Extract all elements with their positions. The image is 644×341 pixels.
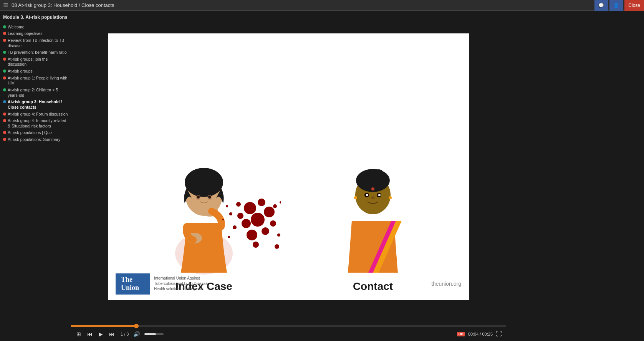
svg-point-20 [273, 204, 277, 208]
svg-point-12 [264, 207, 275, 217]
svg-point-27 [280, 201, 281, 204]
sidebar-item-quiz[interactable]: At-risk populations | Quiz [3, 130, 68, 136]
sidebar-item-atrisk1[interactable]: At-risk group 1: People living with HIV [3, 76, 68, 86]
sidebar: Module 3. At-risk populations WelcomeLea… [0, 11, 71, 341]
slide-frame: Index Case [108, 33, 469, 300]
user-button[interactable]: 👤 [609, 0, 623, 11]
svg-point-22 [277, 233, 280, 237]
svg-point-17 [262, 227, 269, 235]
sidebar-item-atrisk3[interactable]: At-risk group 3: Household / Close conta… [3, 99, 68, 110]
nav-list: WelcomeLearning objectivesReview: from T… [3, 25, 68, 142]
droplets-svg [219, 185, 281, 262]
svg-point-29 [228, 236, 230, 238]
sidebar-item-label: At-risk groups: join the discussion! [8, 57, 68, 67]
sidebar-item-atrisk4a[interactable]: At-risk group 4: Forum discussion [3, 112, 68, 117]
svg-point-28 [222, 219, 224, 220]
sidebar-item-prevention[interactable]: TB prevention: benefit-harm ratio [3, 50, 68, 55]
sidebar-item-label: At-risk group 4: Immunity-related & Situ… [8, 118, 68, 129]
menu-toggle-button[interactable]: ⊞ [75, 330, 83, 338]
dot-icon [3, 76, 6, 79]
sidebar-item-learning[interactable]: Learning objectives [3, 31, 68, 36]
topbar: ☰ 08 At-risk group 3: Household / Close … [0, 0, 644, 11]
module-title: Module 3. At-risk populations [3, 15, 68, 21]
sidebar-item-label: TB prevention: benefit-harm ratio [8, 50, 67, 55]
dot-icon [3, 100, 6, 103]
progress-bar[interactable] [71, 325, 506, 327]
sidebar-item-discussion[interactable]: At-risk groups: join the discussion! [3, 57, 68, 67]
sidebar-item-label: Welcome [8, 25, 25, 30]
dot-icon [3, 39, 6, 42]
right-panel [506, 11, 644, 341]
svg-point-19 [236, 202, 241, 207]
volume-button[interactable]: 🔊 [132, 330, 141, 338]
sidebar-item-label: At-risk groups [8, 69, 33, 74]
sidebar-item-label: At-risk group 2: Children < 5 years-old [8, 88, 68, 98]
dot-icon [3, 58, 6, 61]
svg-point-21 [233, 225, 237, 229]
svg-point-3 [185, 168, 223, 197]
union-org-text: International Union Against Tuberculosis… [154, 276, 208, 292]
progress-fill [71, 325, 136, 327]
svg-point-18 [247, 230, 257, 240]
sidebar-item-welcome[interactable]: Welcome [3, 25, 68, 30]
svg-point-15 [270, 220, 276, 227]
volume-slider[interactable] [144, 333, 164, 335]
sidebar-item-label: At-risk group 4: Forum discussion [8, 112, 68, 117]
video-container: Index Case [71, 11, 506, 323]
fullscreen-button[interactable]: ⛶ [496, 331, 502, 338]
hd-badge: HD [457, 332, 465, 336]
play-button[interactable]: ▶ [97, 330, 104, 338]
controls-bar: ⊞ ⏮ ▶ ⏭ 1 / 3 🔊 HD 00:04 / 00:25 ⛶ [71, 323, 506, 341]
comment-button[interactable]: 💬 [594, 0, 608, 11]
close-button[interactable]: Close [624, 0, 644, 11]
dot-icon [3, 131, 6, 134]
sidebar-item-summary[interactable]: At-risk populations: Summary [3, 137, 68, 142]
sidebar-item-atrisk[interactable]: At-risk groups [3, 69, 68, 74]
page-title: 08 At-risk group 3: Household / Close co… [12, 2, 641, 8]
sidebar-item-atrisk4b[interactable]: At-risk group 4: Immunity-related & Situ… [3, 118, 68, 129]
sidebar-item-label: Review: from TB infection to TB disease [8, 38, 68, 48]
slide-footer: The Union International Union Against Tu… [116, 273, 461, 295]
dot-icon [3, 88, 6, 91]
progress-dot [134, 324, 139, 328]
svg-point-25 [253, 242, 259, 248]
svg-point-7 [208, 195, 211, 199]
svg-point-24 [275, 244, 279, 249]
svg-point-40 [371, 196, 375, 199]
menu-icon[interactable]: ☰ [3, 2, 8, 9]
sidebar-item-review[interactable]: Review: from TB infection to TB disease [3, 38, 68, 48]
svg-point-34 [373, 169, 384, 180]
union-logo: The Union International Union Against Tu… [116, 273, 208, 295]
union-url: theunion.org [431, 281, 461, 287]
svg-point-42 [389, 196, 392, 199]
dot-icon [3, 119, 6, 122]
svg-point-37 [366, 194, 368, 196]
page-counter: 1 / 3 [121, 332, 129, 336]
video-area: Index Case [71, 11, 506, 341]
figures-row: Index Case [166, 45, 411, 293]
svg-point-39 [371, 187, 374, 190]
dot-icon [3, 113, 6, 116]
prev-button[interactable]: ⏮ [86, 330, 94, 338]
dot-icon [3, 138, 6, 141]
dot-icon [3, 25, 6, 28]
dot-icon [3, 51, 6, 54]
svg-point-38 [378, 194, 381, 196]
dot-icon [3, 32, 6, 35]
next-button[interactable]: ⏭ [108, 330, 116, 338]
svg-point-16 [242, 219, 251, 228]
svg-point-23 [229, 212, 232, 215]
dot-icon [3, 70, 6, 73]
sidebar-item-atrisk2[interactable]: At-risk group 2: Children < 5 years-old [3, 88, 68, 98]
contact-figure: Contact [334, 154, 411, 293]
svg-point-41 [354, 196, 357, 199]
svg-point-13 [251, 213, 265, 227]
time-display: 00:04 / 00:25 [468, 332, 493, 336]
svg-point-26 [226, 205, 228, 207]
svg-point-11 [258, 199, 265, 206]
union-logo-box: The Union [116, 273, 150, 295]
sidebar-item-label: At-risk populations: Summary [8, 137, 60, 142]
svg-point-10 [244, 202, 256, 214]
sidebar-item-label: Learning objectives [8, 31, 42, 36]
main-layout: Module 3. At-risk populations WelcomeLea… [0, 11, 644, 341]
